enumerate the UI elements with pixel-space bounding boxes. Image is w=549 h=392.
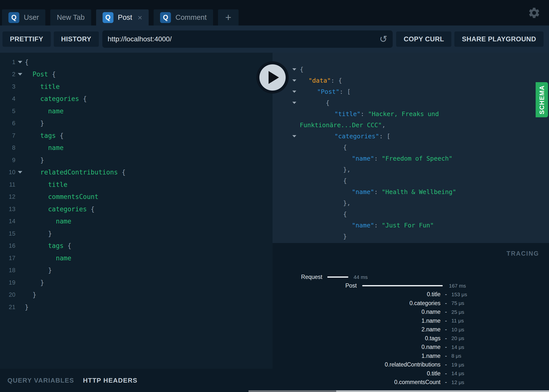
fold-arrow-cell[interactable] [15,171,25,173]
editor-code: categories { [25,205,95,213]
trace-dash: - [440,300,451,307]
response-line: "title": "Hacker, Freaks und [273,108,549,120]
response-line: { [273,64,549,75]
tab-new-tab[interactable]: New Tab [50,9,91,25]
query-badge-icon: Q [103,12,113,23]
editor-line[interactable]: 7 tags { [0,129,273,142]
editor-line[interactable]: 18 } [0,264,273,277]
trace-field-label: 1.name [273,318,440,324]
response-code: { [300,211,347,218]
trace-dash: - [440,370,451,377]
editor-line[interactable]: 15 } [0,227,273,240]
trace-label: Post [273,282,357,289]
line-number: 18 [0,267,15,274]
line-number: 8 [0,144,15,151]
query-variables-tab[interactable]: QUERY VARIABLES [7,377,74,384]
editor-code: relatedContributions { [25,169,126,176]
trace-row-post: Post 167 ms [273,282,549,289]
response-line: { [273,142,549,153]
editor-line[interactable]: 20 } [0,289,273,301]
endpoint-url-input[interactable] [108,35,377,43]
reload-icon[interactable]: ↺ [380,34,387,45]
schema-tab[interactable]: SCHEMA [536,82,548,117]
trace-dash: - [440,309,451,315]
editor-line[interactable]: 4 categories { [0,93,273,105]
line-number: 6 [0,120,15,127]
editor-code: } [25,156,44,164]
query-editor[interactable]: 1{2 Post {3 title4 categories {5 name6 }… [0,53,273,369]
trace-field-label: 0.tags [273,335,440,342]
editor-line[interactable]: 12 commentsCount [0,191,273,203]
trace-duration: 12 μs [451,379,464,385]
trace-resolver-row: 0.name-14 μs [273,343,549,352]
query-badge-icon: Q [8,12,19,23]
editor-line[interactable]: 1{ [0,56,273,68]
history-button[interactable]: HISTORY [54,31,99,47]
response-code: "Post": [ [300,88,351,95]
editor-line[interactable]: 10 relatedContributions { [0,166,273,179]
editor-line[interactable]: 13 categories { [0,203,273,215]
line-number: 19 [0,279,15,286]
trace-field-label: 0.commentsCount [273,379,440,386]
editor-line[interactable]: 16 tags { [0,240,273,252]
editor-line[interactable]: 21} [0,301,273,313]
trace-resolver-row: 1.name-11 μs [273,317,549,325]
line-number: 7 [0,132,15,139]
chevron-down-icon [292,102,296,104]
editor-code: } [25,279,44,286]
editor-line[interactable]: 17 name [0,252,273,264]
horizontal-scrollbar[interactable] [248,390,549,392]
fold-arrow-cell[interactable] [273,135,300,137]
editor-line[interactable]: 19 } [0,276,273,289]
new-tab-button[interactable]: + [218,9,239,25]
http-headers-tab[interactable]: HTTP HEADERS [83,377,137,384]
editor-line[interactable]: 3 title [0,80,273,93]
editor-code: commentsCount [25,193,98,200]
response-line: } [273,231,549,242]
editor-line[interactable]: 14 name [0,215,273,228]
trace-duration: 75 μs [451,300,464,306]
editor-code: } [25,267,52,274]
response-line: }, [273,164,549,175]
editor-line[interactable]: 8 name [0,142,273,154]
settings-gear-icon[interactable] [528,6,541,19]
share-playground-button[interactable]: SHARE PLAYGROUND [454,31,544,47]
trace-field-label: 0.name [273,344,440,350]
line-number: 14 [0,218,15,225]
editor-line[interactable]: 9 } [0,154,273,166]
prettify-button[interactable]: PRETTIFY [2,31,51,47]
trace-bar [327,276,348,278]
response-code: }, [300,166,351,173]
tab-comment[interactable]: QComment [154,9,213,25]
editor-line[interactable]: 5 name [0,105,273,117]
execute-query-button[interactable] [256,61,289,94]
fold-arrow-cell[interactable] [273,102,300,104]
editor-line[interactable]: 6 } [0,117,273,130]
line-number: 9 [0,157,15,164]
line-number: 4 [0,95,15,102]
trace-duration: 10 μs [451,327,464,333]
editor-code: tags { [25,242,71,249]
tab-label: Comment [175,13,207,22]
trace-leaf-rows: 0.title-153 μs0.categories-75 μs0.name-2… [273,290,549,387]
editor-line[interactable]: 2 Post { [0,68,273,81]
fold-arrow-cell[interactable] [15,73,25,75]
tab-user[interactable]: QUser [2,9,45,25]
response-line: Funktionäre...Der CCC", [273,120,549,131]
scrollbar-segment [248,390,336,392]
copy-curl-button[interactable]: COPY CURL [396,31,451,47]
trace-value: 44 ms [354,274,368,280]
editor-code: name [25,107,64,115]
trace-dash: - [440,361,451,368]
editor-line[interactable]: 11 title [0,178,273,191]
line-number: 5 [0,108,15,115]
close-tab-icon[interactable]: × [138,14,142,22]
response-code: } [300,233,347,240]
trace-resolver-row: 0.title-14 μs [273,369,549,378]
tab-label: User [24,13,39,22]
tracing-title: TRACING [507,250,539,257]
fold-arrow-cell[interactable] [15,61,25,63]
tracing-panel: TRACING Request 44 ms Post 167 ms 0.titl… [273,243,549,392]
tab-post[interactable]: QPost× [96,9,149,25]
editor-code: title [25,181,67,188]
